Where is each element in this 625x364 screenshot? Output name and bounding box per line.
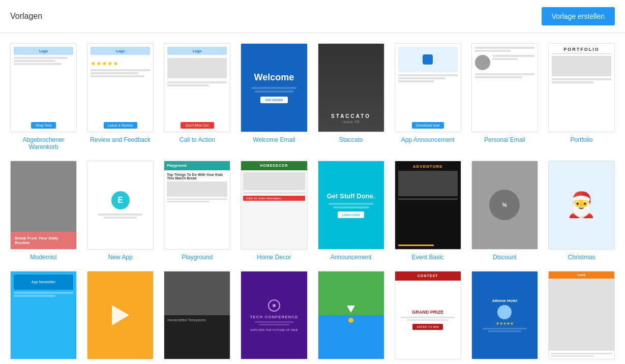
template-label-modernist: Modernist [30,254,57,261]
template-thumb-new-app: E [87,161,154,250]
template-thumb-discount: % [471,161,538,250]
template-thumb-contest: CONTEST GRAND PRIZE ENTER TO WIN [395,271,461,360]
template-item-app-announcement[interactable]: Download Now App Announcement [395,43,461,150]
template-label-personal-email: Personal Email [484,136,525,143]
template-item-review-feedback[interactable]: Logo ★★★★★ Leave a Review Review and Fee… [87,43,154,150]
template-label-event-basic: Event Basic [412,254,444,261]
template-item-christmas[interactable]: 🎅 Christmas [548,161,615,261]
template-thumb-shopping: Handcrafted Timepieces [164,271,230,360]
template-thumb-review: Athene Hotel ★★★★★ [471,271,538,360]
template-thumb-portfolio: PORTFOLIO [548,43,615,132]
template-label-abandoned-cart: Abgebrochener Warenkorb [10,136,77,150]
template-thumb-home-decor: HOMEDECOR Click for more information [241,161,307,250]
template-thumb-staccato: STACCATO Issue 06 [318,43,384,132]
template-thumb-abandoned-cart: Logo Shop Now [10,43,77,132]
template-item-cafe[interactable]: CAFE Cafe [548,271,615,364]
template-thumb-welcome-email: Welcome Get started [241,43,307,132]
template-item-call-to-action[interactable]: Logo Don't Miss Out Call to Action [164,43,230,150]
template-thumb-tech-conference: TECH CONFERENCE EXPLORE THE FUTURE OF WE… [241,271,307,360]
template-item-modernist[interactable]: Break From Your Daily Routine Modernist [10,161,77,261]
template-item-app-newsletter[interactable]: App Newsletter App Newsletter [10,271,77,364]
template-label-app-announcement: App Announcement [401,136,455,143]
template-label-welcome-email: Welcome Email [253,136,295,143]
template-item-home-decor[interactable]: HOMEDECOR Click for more information Hom… [241,161,307,261]
template-item-announcement[interactable]: Get Stuff Done. Learn more Announcement [318,161,384,261]
header: Vorlagen Vorlage erstellen [0,0,625,33]
template-thumb-app-newsletter: App Newsletter [10,271,77,360]
template-item-staccato[interactable]: STACCATO Issue 06 Staccato [318,43,384,150]
template-label-new-app: New App [108,254,133,261]
template-label-home-decor: Home Decor [257,254,291,261]
template-item-video[interactable]: Video [87,271,154,364]
template-item-portfolio[interactable]: PORTFOLIO Portfolio [548,43,615,150]
template-label-staccato: Staccato [339,136,363,143]
template-item-playground[interactable]: Playground Top Things To Do With Your Ki… [164,161,230,261]
template-thumb-event-basic: ADVENTURE [395,161,461,250]
template-item-event-basic[interactable]: ADVENTURE Event Basic [395,161,461,261]
template-thumb-review-feedback: Logo ★★★★★ Leave a Review [87,43,154,132]
page-title: Vorlagen [10,12,42,21]
template-item-personal-email[interactable]: Personal Email [471,43,538,150]
template-label-portfolio: Portfolio [570,136,592,143]
template-thumb-personal-email [471,43,538,132]
template-thumb-modernist: Break From Your Daily Routine [10,161,77,250]
template-gallery: Logo Shop Now Abgebrochener Warenkorb Lo… [0,33,625,364]
template-thumb-video [87,271,154,360]
template-item-tech-conference[interactable]: TECH CONFERENCE EXPLORE THE FUTURE OF WE… [241,271,307,364]
template-thumb-playground: Playground Top Things To Do With Your Ki… [164,161,230,250]
template-thumb-christmas: 🎅 [548,161,615,250]
template-label-discount: Discount [493,254,517,261]
template-label-announcement: Announcement [331,254,372,261]
template-label-review-feedback: Review and Feedback [90,136,151,143]
template-item-welcome-email[interactable]: Welcome Get started Welcome Email [241,43,307,150]
template-item-review[interactable]: Athene Hotel ★★★★★ Review [471,271,538,364]
template-label-playground: Playground [182,254,213,261]
template-label-christmas: Christmas [568,254,595,261]
template-item-contest[interactable]: CONTEST GRAND PRIZE ENTER TO WIN Contest [395,271,461,364]
template-item-new-app[interactable]: E New App [87,161,154,261]
template-thumb-announcement: Get Stuff Done. Learn more [318,161,384,250]
template-thumb-location-map [318,271,384,360]
template-item-discount[interactable]: % Discount [471,161,538,261]
template-item-shopping[interactable]: Handcrafted Timepieces Shopping [164,271,230,364]
template-item-abandoned-cart[interactable]: Logo Shop Now Abgebrochener Warenkorb [10,43,77,150]
template-item-location-map[interactable]: Location and Map [318,271,384,364]
template-thumb-app-announcement: Download Now [395,43,461,132]
template-thumb-cafe: CAFE [548,271,615,360]
create-template-button[interactable]: Vorlage erstellen [542,7,615,25]
template-label-call-to-action: Call to Action [180,136,215,143]
template-thumb-call-to-action: Logo Don't Miss Out [164,43,230,132]
